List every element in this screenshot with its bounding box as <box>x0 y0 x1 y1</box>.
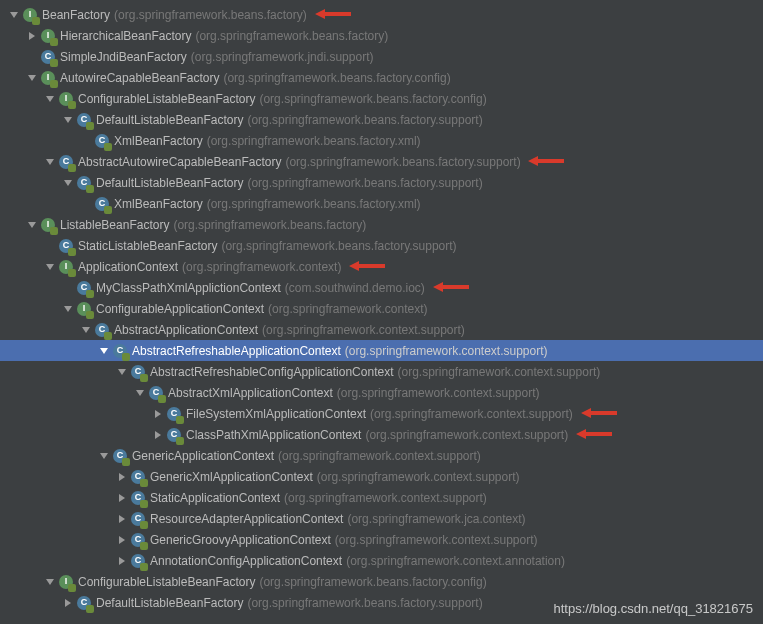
tree-row[interactable]: CAbstractAutowireCapableBeanFactory(org.… <box>0 151 763 172</box>
node-package: (org.springframework.beans.factory.suppo… <box>247 596 482 610</box>
tree-row[interactable]: CXmlBeanFactory(org.springframework.bean… <box>0 130 763 151</box>
tree-row[interactable]: CAbstractRefreshableConfigApplicationCon… <box>0 361 763 382</box>
tree-row[interactable]: IApplicationContext(org.springframework.… <box>0 256 763 277</box>
tree-row[interactable]: IAutowireCapableBeanFactory(org.springfr… <box>0 67 763 88</box>
expand-arrow-down-icon[interactable] <box>44 156 56 168</box>
class-hierarchy-tree[interactable]: IBeanFactory(org.springframework.beans.f… <box>0 0 763 613</box>
node-package: (org.springframework.beans.factory.suppo… <box>247 176 482 190</box>
node-package: (org.springframework.beans.factory.suppo… <box>247 113 482 127</box>
tree-row[interactable]: CAbstractApplicationContext(org.springfr… <box>0 319 763 340</box>
svg-marker-24 <box>119 494 125 502</box>
node-name: GenericApplicationContext <box>132 449 274 463</box>
expand-arrow-down-icon[interactable] <box>26 72 38 84</box>
node-package: (com.southwind.demo.ioc) <box>285 281 425 295</box>
node-name: AnnotationConfigApplicationContext <box>150 554 342 568</box>
class-icon: C <box>112 448 128 464</box>
svg-marker-3 <box>28 75 36 81</box>
class-icon: C <box>76 280 92 296</box>
expand-arrow-right-icon[interactable] <box>116 492 128 504</box>
tree-row[interactable]: IHierarchicalBeanFactory(org.springframe… <box>0 25 763 46</box>
class-icon: C <box>76 595 92 611</box>
tree-row[interactable]: CGenericXmlApplicationContext(org.spring… <box>0 466 763 487</box>
tree-row[interactable]: CClassPathXmlApplicationContext(org.spri… <box>0 424 763 445</box>
tree-row[interactable]: IConfigurableApplicationContext(org.spri… <box>0 298 763 319</box>
tree-row[interactable]: IBeanFactory(org.springframework.beans.f… <box>0 4 763 25</box>
tree-row[interactable]: CAnnotationConfigApplicationContext(org.… <box>0 550 763 571</box>
expand-arrow-down-icon[interactable] <box>62 177 74 189</box>
node-name: AbstractAutowireCapableBeanFactory <box>78 155 281 169</box>
tree-row[interactable]: CXmlBeanFactory(org.springframework.bean… <box>0 193 763 214</box>
class-icon: C <box>130 511 146 527</box>
node-name: ClassPathXmlApplicationContext <box>186 428 361 442</box>
svg-marker-28 <box>46 579 54 585</box>
expand-arrow-right-icon[interactable] <box>116 534 128 546</box>
tree-row[interactable]: CStaticListableBeanFactory(org.springfra… <box>0 235 763 256</box>
expand-arrow-down-icon[interactable] <box>44 576 56 588</box>
expand-arrow-down-icon[interactable] <box>8 9 20 21</box>
node-name: DefaultListableBeanFactory <box>96 176 243 190</box>
tree-row[interactable]: CAbstractXmlApplicationContext(org.sprin… <box>0 382 763 403</box>
abstract-icon: C <box>130 364 146 380</box>
svg-marker-17 <box>136 390 144 396</box>
svg-marker-21 <box>576 429 612 439</box>
expand-arrow-down-icon[interactable] <box>62 303 74 315</box>
expand-arrow-right-icon[interactable] <box>26 30 38 42</box>
svg-marker-1 <box>315 9 351 19</box>
annotation-arrow-icon <box>431 280 471 294</box>
expand-arrow-down-icon[interactable] <box>44 261 56 273</box>
node-package: (org.springframework.beans.factory.xml) <box>207 134 421 148</box>
expand-arrow-down-icon[interactable] <box>80 324 92 336</box>
abstract-icon: C <box>112 343 128 359</box>
node-name: ConfigurableApplicationContext <box>96 302 264 316</box>
interface-icon: I <box>40 70 56 86</box>
node-package: (org.springframework.context.support) <box>262 323 465 337</box>
tree-row[interactable]: CDefaultListableBeanFactory(org.springfr… <box>0 109 763 130</box>
node-name: AbstractRefreshableApplicationContext <box>132 344 341 358</box>
tree-row[interactable]: CGenericApplicationContext(org.springfra… <box>0 445 763 466</box>
node-name: GenericGroovyApplicationContext <box>150 533 331 547</box>
node-package: (org.springframework.beans.factory.confi… <box>223 71 450 85</box>
node-package: (org.springframework.beans.factory.suppo… <box>285 155 520 169</box>
expand-arrow-down-icon[interactable] <box>134 387 146 399</box>
tree-row[interactable]: CAbstractRefreshableApplicationContext(o… <box>0 340 763 361</box>
svg-marker-4 <box>46 96 54 102</box>
expand-arrow-right-icon[interactable] <box>152 408 164 420</box>
expand-arrow-right-icon[interactable] <box>62 597 74 609</box>
class-icon: C <box>130 532 146 548</box>
expand-arrow-down-icon[interactable] <box>116 366 128 378</box>
svg-marker-22 <box>100 453 108 459</box>
expand-arrow-right-icon[interactable] <box>116 471 128 483</box>
expand-arrow-right-icon[interactable] <box>116 555 128 567</box>
tree-row[interactable]: CGenericGroovyApplicationContext(org.spr… <box>0 529 763 550</box>
expand-arrow-down-icon[interactable] <box>44 93 56 105</box>
svg-marker-23 <box>119 473 125 481</box>
node-name: AbstractRefreshableConfigApplicationCont… <box>150 365 393 379</box>
node-package: (org.springframework.beans.factory) <box>173 218 366 232</box>
tree-row[interactable]: CFileSystemXmlApplicationContext(org.spr… <box>0 403 763 424</box>
tree-row[interactable]: CResourceAdapterApplicationContext(org.s… <box>0 508 763 529</box>
node-package: (org.springframework.context.support) <box>370 407 573 421</box>
expand-arrow-down-icon[interactable] <box>98 345 110 357</box>
expand-arrow-right-icon[interactable] <box>116 513 128 525</box>
tree-row[interactable]: CDefaultListableBeanFactory(org.springfr… <box>0 172 763 193</box>
tree-row[interactable]: IListableBeanFactory(org.springframework… <box>0 214 763 235</box>
node-package: (org.springframework.beans.factory.suppo… <box>221 239 456 253</box>
arrow-spacer <box>80 135 92 147</box>
node-name: SimpleJndiBeanFactory <box>60 50 187 64</box>
tree-row[interactable]: IConfigurableListableBeanFactory(org.spr… <box>0 88 763 109</box>
abstract-icon: C <box>148 385 164 401</box>
node-name: FileSystemXmlApplicationContext <box>186 407 366 421</box>
class-icon: C <box>166 427 182 443</box>
tree-row[interactable]: IConfigurableListableBeanFactory(org.spr… <box>0 571 763 592</box>
tree-row[interactable]: CMyClassPathXmlApplictionContext(com.sou… <box>0 277 763 298</box>
expand-arrow-down-icon[interactable] <box>62 114 74 126</box>
svg-marker-2 <box>29 32 35 40</box>
expand-arrow-right-icon[interactable] <box>152 429 164 441</box>
node-package: (org.springframework.beans.factory) <box>195 29 388 43</box>
tree-row[interactable]: CStaticApplicationContext(org.springfram… <box>0 487 763 508</box>
expand-arrow-down-icon[interactable] <box>26 219 38 231</box>
node-package: (org.springframework.beans.factory) <box>114 8 307 22</box>
svg-marker-5 <box>64 117 72 123</box>
tree-row[interactable]: CSimpleJndiBeanFactory(org.springframewo… <box>0 46 763 67</box>
expand-arrow-down-icon[interactable] <box>98 450 110 462</box>
